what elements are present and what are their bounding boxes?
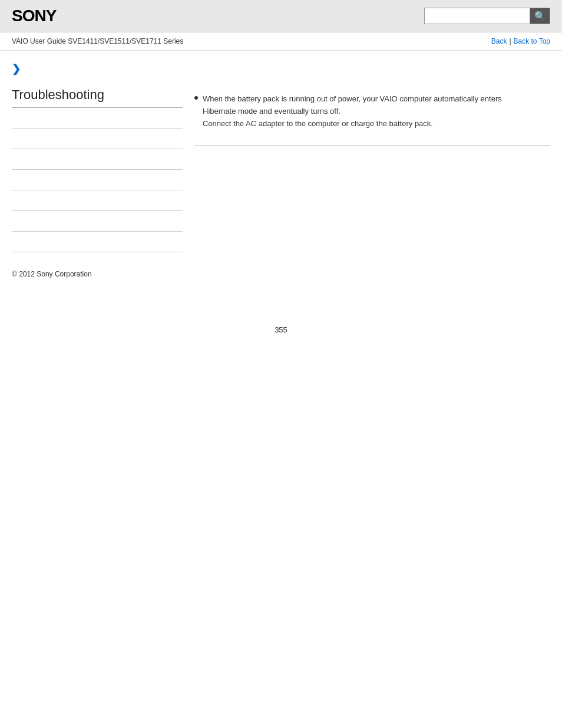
sidebar-link-7[interactable]	[12, 240, 183, 249]
list-item	[12, 129, 183, 149]
nav-links: Back | Back to Top	[491, 37, 550, 45]
sidebar-link-5[interactable]	[12, 199, 183, 208]
list-item	[12, 108, 183, 129]
back-link[interactable]: Back	[491, 37, 507, 45]
nav-title: VAIO User Guide SVE1411/SVE1511/SVE1711 …	[12, 37, 183, 45]
copyright-text: © 2012 Sony Corporation	[12, 270, 92, 278]
bullet-line1: When the battery pack is running out of …	[203, 94, 502, 103]
page-number-container: 355	[0, 290, 562, 346]
header: SONY 🔍	[0, 0, 562, 32]
list-item	[12, 170, 183, 190]
main-content: Troubleshooting When the batter	[0, 81, 562, 258]
sidebar-link-3[interactable]	[12, 157, 183, 167]
sidebar-link-2[interactable]	[12, 137, 183, 146]
breadcrumb-arrow: ❯	[12, 63, 21, 75]
sidebar: Troubleshooting	[12, 87, 183, 252]
bullet-text: When the battery pack is running out of …	[203, 93, 502, 130]
search-button[interactable]: 🔍	[530, 8, 550, 24]
list-item	[12, 211, 183, 232]
bullet-icon	[194, 96, 198, 100]
page-number: 355	[275, 325, 287, 334]
sidebar-title: Troubleshooting	[12, 87, 183, 108]
sidebar-link-1[interactable]	[12, 116, 183, 126]
list-item	[12, 190, 183, 211]
content-section: When the battery pack is running out of …	[194, 93, 550, 146]
sidebar-link-6[interactable]	[12, 219, 183, 229]
footer-copyright: © 2012 Sony Corporation	[0, 258, 562, 290]
content-area: When the battery pack is running out of …	[194, 87, 550, 252]
bullet-line2: Hibernate mode and eventually turns off.	[203, 107, 340, 116]
nav-separator: |	[509, 37, 511, 45]
nav-bar: VAIO User Guide SVE1411/SVE1511/SVE1711 …	[0, 32, 562, 51]
search-icon: 🔍	[534, 11, 546, 22]
search-container: 🔍	[424, 8, 550, 24]
list-item	[12, 149, 183, 170]
breadcrumb: ❯	[0, 51, 562, 81]
bullet-line3: Connect the AC adapter to the computer o…	[203, 119, 433, 128]
back-to-top-link[interactable]: Back to Top	[514, 37, 550, 45]
search-input[interactable]	[424, 8, 530, 24]
sony-logo: SONY	[12, 6, 56, 25]
bullet-item: When the battery pack is running out of …	[194, 93, 550, 130]
list-item	[12, 232, 183, 252]
sidebar-link-4[interactable]	[12, 178, 183, 187]
